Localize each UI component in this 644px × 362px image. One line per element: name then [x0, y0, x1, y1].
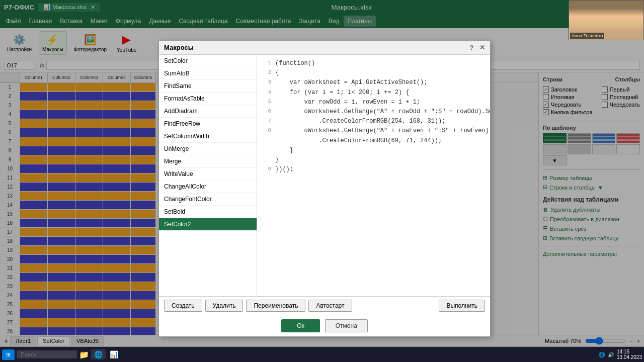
dialog-title-bar: Макросы ? ✕: [159, 41, 490, 55]
delete-btn[interactable]: Удалить: [205, 300, 244, 312]
dialog-body: SetColorSumAtoBFindSameFormatAsTableAddD…: [159, 55, 490, 296]
line-code: (function(): [275, 59, 315, 68]
macro-list-item[interactable]: FindSame: [159, 80, 257, 93]
dialog-title-text: Макросы: [164, 44, 194, 51]
macro-list-item[interactable]: SetColor: [159, 55, 257, 67]
macro-list-item[interactable]: FormatAsTable: [159, 93, 257, 105]
code-line: }: [261, 146, 486, 155]
volume-icon: 🔊: [608, 352, 614, 357]
task-explorer[interactable]: 📁: [79, 350, 89, 359]
line-code: }: [275, 146, 293, 155]
taskbar-search[interactable]: [17, 350, 77, 358]
create-btn[interactable]: Создать: [164, 300, 202, 312]
line-number: 1: [261, 59, 271, 68]
line-code: var oWorksheet = Api.GetActiveSheet();: [275, 78, 427, 87]
code-line: 2{: [261, 68, 486, 78]
cancel-btn[interactable]: Отмена: [325, 319, 368, 332]
code-line: 4 for (var i = 1; i< 200; i += 2) {: [261, 88, 486, 98]
line-code: oWorksheet.GetRange("A" + rowEven + ":S"…: [275, 126, 490, 136]
line-number: [261, 136, 271, 146]
macro-list: SetColorSumAtoBFindSameFormatAsTableAddD…: [159, 55, 257, 296]
macro-list-item[interactable]: UnMerge: [159, 143, 257, 155]
line-code: .CreateColorFromRGB(69, 71, 244));: [275, 136, 442, 146]
macro-list-item[interactable]: FindFreeRow: [159, 118, 257, 130]
time: 14:16: [617, 349, 642, 354]
macro-list-item[interactable]: AddDiadram: [159, 105, 257, 118]
line-number: 9: [261, 165, 271, 174]
taskbar-system-icons: 🌐 🔊 14:16 13.04.2023: [599, 349, 642, 360]
line-code: }: [275, 155, 279, 165]
code-line: 7 .CreateColorFromRGB(254, 168, 31));: [261, 117, 486, 126]
code-line: }: [261, 155, 486, 165]
rename-btn[interactable]: Переименовать: [246, 300, 305, 312]
line-number: 4: [261, 88, 271, 98]
line-number: 7: [261, 117, 271, 126]
code-line: 6 oWorksheet.GetRange("A" + rowOdd + ":S…: [261, 107, 486, 117]
code-area: 1(function()2{3 var oWorksheet = Api.Get…: [257, 55, 490, 296]
code-line: 9})();: [261, 165, 486, 174]
macro-list-item[interactable]: Merge: [159, 155, 257, 168]
webcam-overlay: Анна Тесленко: [569, 0, 644, 40]
clock: 14:16 13.04.2023: [617, 349, 642, 360]
macro-list-item[interactable]: WriteValue: [159, 168, 257, 180]
macro-list-item[interactable]: SetBold: [159, 206, 257, 218]
code-line: 3 var oWorksheet = Api.GetActiveSheet();: [261, 78, 486, 87]
autostart-btn[interactable]: Автостарт: [308, 300, 352, 312]
line-number: 3: [261, 78, 271, 87]
date: 13.04.2023: [617, 354, 642, 360]
dialog-footer: Создать Удалить Переименовать Автостарт …: [159, 296, 490, 315]
line-number: [261, 146, 271, 155]
code-line: 5 var rowOdd = i, rowEven = i + 1;: [261, 98, 486, 107]
line-code: var rowOdd = i, rowEven = i + 1;: [275, 98, 420, 107]
line-number: 8: [261, 126, 271, 136]
dialog-bottom: Ок Отмена: [159, 315, 490, 336]
start-btn[interactable]: ⊞: [2, 349, 15, 360]
network-icon: 🌐: [599, 352, 605, 357]
macro-list-item[interactable]: SetColor2: [159, 218, 257, 231]
line-code: oWorksheet.GetRange("A" + rowOdd + ":S" …: [275, 107, 490, 117]
macro-list-item[interactable]: ChangeFontColor: [159, 193, 257, 206]
line-code: })();: [275, 165, 293, 174]
line-number: 5: [261, 98, 271, 107]
code-line: 1(function(): [261, 59, 486, 68]
line-number: 6: [261, 107, 271, 117]
taskbar: ⊞ 📁 🌐 📊 🌐 🔊 14:16 13.04.2023: [0, 347, 644, 362]
task-office[interactable]: 📊: [108, 349, 120, 359]
macro-list-item[interactable]: SetColumnWidth: [159, 130, 257, 143]
ok-btn[interactable]: Ок: [281, 319, 320, 332]
macro-list-item[interactable]: SumAtoB: [159, 67, 257, 80]
line-code: for (var i = 1; i< 200; i += 2) {: [275, 88, 409, 98]
run-btn[interactable]: Выполнить: [439, 300, 485, 312]
task-browser[interactable]: 🌐: [91, 349, 106, 359]
line-number: [261, 155, 271, 165]
macro-list-item[interactable]: ChangeAllColor: [159, 180, 257, 193]
line-code: {: [275, 68, 279, 78]
line-code: .CreateColorFromRGB(254, 168, 31));: [275, 117, 445, 126]
code-line: .CreateColorFromRGB(69, 71, 244));: [261, 136, 486, 146]
line-number: 2: [261, 68, 271, 78]
dialog-help-btn[interactable]: ?: [469, 44, 473, 51]
dialog-close-btn[interactable]: ✕: [479, 44, 485, 51]
code-line: 8 oWorksheet.GetRange("A" + rowEven + ":…: [261, 126, 486, 136]
webcam-label: Анна Тесленко: [570, 33, 604, 39]
macro-dialog: Макросы ? ✕ SetColorSumAtoBFindSameForma…: [158, 40, 491, 337]
dialog-controls: ? ✕: [469, 44, 485, 51]
